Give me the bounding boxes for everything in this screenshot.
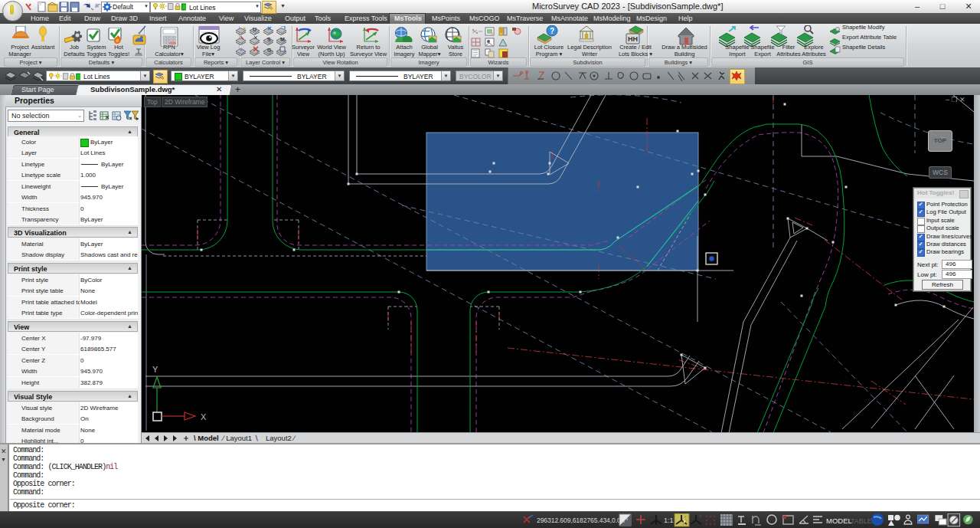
svg-text:HH: HH bbox=[628, 35, 638, 43]
svg-text:G: G bbox=[267, 48, 272, 53]
svg-text:1:1: 1:1 bbox=[664, 517, 674, 524]
svg-text:S: S bbox=[267, 37, 271, 42]
svg-text:296312.609,6182765.434,0.000: 296312.609,6182765.434,0.000 bbox=[537, 517, 628, 524]
svg-text:U: U bbox=[253, 27, 256, 32]
svg-text:X: X bbox=[201, 412, 207, 421]
svg-text:MODEL: MODEL bbox=[826, 517, 852, 525]
svg-text:M: M bbox=[280, 37, 285, 42]
svg-text:?: ? bbox=[550, 27, 554, 35]
svg-text:Y: Y bbox=[152, 365, 158, 374]
svg-text:☀: ☀ bbox=[242, 26, 247, 31]
